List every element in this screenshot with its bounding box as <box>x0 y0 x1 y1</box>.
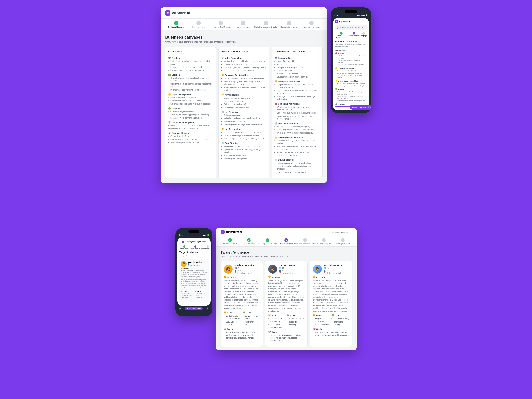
campaign-step-bc[interactable]: ✓ Business Canvases <box>221 238 239 245</box>
start-campaign-button-right[interactable]: ▶ Start your campaign <box>350 105 371 109</box>
bmc-cost-structure: 💲 Cost Structure Maintenance of modern c… <box>222 142 266 160</box>
step-campaign-key-message[interactable]: Campaign Key Message <box>210 21 232 28</box>
phone-solution-icon: ✅ <box>335 89 337 90</box>
lean-uvp-header: 🏆 Unique Value Proposition <box>168 121 213 124</box>
campaign-step-cs[interactable]: Content strategy plan <box>315 238 333 245</box>
demo-icon: 👤 <box>275 57 277 59</box>
campaign-step-mkt[interactable]: Marketing channels & Tactics <box>296 238 315 245</box>
vp-icon: 💡 <box>222 57 224 59</box>
phone-bottom-step-2[interactable]: Target audience <box>190 246 200 249</box>
cpc-buying: 🛒 Buying Behavior Prefers services with … <box>275 158 319 173</box>
phone-step-2[interactable]: Communication <box>349 32 359 38</box>
campaign-steps: ✓ Business Canvases ✓ Communication ✓ Ca… <box>216 236 356 247</box>
campaign-step-label-1: Business Canvases <box>223 243 237 245</box>
phone-bottom-nav: ⊞ ▶ Start your campaign ⬇ <box>177 306 211 310</box>
revenue-icon: 💰 <box>168 132 171 134</box>
campaign-step-ce[interactable]: Campaign execution <box>333 238 352 245</box>
phone-uvp-body: "Białystok's most advanced car wash, wit… <box>335 82 367 87</box>
phone-lean-canvas-title: Lean canvas <box>335 49 367 51</box>
audience-age-michal: 🔢 24 <box>324 267 342 269</box>
audience-gains-maria: 💚 Gains Convenient, fast service, eco-fr… <box>242 311 260 326</box>
campaign-step-icon-4: ● <box>285 238 288 242</box>
audience-goals-maria: 🎯 Goals Find a reliable and fast car was… <box>224 328 260 339</box>
step-circle-5 <box>264 21 268 25</box>
audience-pains-gains-janusz: 🧡 Pains Time-consuming car cleaning. Inc… <box>268 314 304 331</box>
campaign-step-label-5: Marketing channels & Tactics <box>294 243 316 245</box>
step-marketing-channels[interactable]: Marketing channels & Tactics <box>254 21 278 28</box>
audience-goals-janusz: 🎯 Goals Maintain his car's appearance wi… <box>268 331 304 342</box>
step-business-canvases[interactable]: ✓ Business Canvases <box>165 21 187 28</box>
step-circle-7 <box>309 21 314 25</box>
phone-bottom-dot-3 <box>207 246 209 248</box>
bmc-kp-header: 🤝 Key Partnerships <box>222 128 266 130</box>
audience-gains-michal: 💚 Gains Affordable pricing, easy online … <box>332 314 349 326</box>
phone-ta-sub: Understand your client better and use to… <box>179 254 209 258</box>
cr-icon: 🤝 <box>222 74 224 76</box>
phone-problem-body: Lack of modern and quick car wash servic… <box>335 55 367 66</box>
audience-avatar-img-michal: 👨 <box>313 265 322 273</box>
audience-goals-michal: 🎯 Goals Use promotions for regular car w… <box>313 328 349 336</box>
campaign-results-label: Campaign strategy results <box>329 231 352 233</box>
phone-interests-body: Maria is a mother of two and a marketing… <box>181 270 207 290</box>
start-campaign-overlay: ▶ Start your campaign <box>350 105 371 109</box>
phone-bottom-step-1[interactable]: gn Key Message <box>179 246 190 249</box>
desktop-app-main: Digitalfirst.ai ✓ Business Canvases Comm… <box>161 7 327 183</box>
audience-age-maria: 🔢 35 <box>234 267 254 269</box>
phone-pains-section: 🧡 Pains Limited time for personal errand… <box>181 291 194 300</box>
audience-interests-maria: 🧡 Interests Maria is a mother of two and… <box>224 276 260 310</box>
cpc-demographics: 👤 Demographics Name: Jan Kowalski Age: 3… <box>275 57 319 78</box>
audience-pains-header-maria: 🧡 Pains <box>224 311 241 314</box>
gender-icon-maria: 👤 <box>234 270 237 272</box>
phone-signal-bottom: ●●● 🔋 <box>203 234 209 236</box>
step-content-strategy[interactable]: Content strategy plan <box>278 21 300 28</box>
start-campaign-button-bottom[interactable]: ▶ Start your campaign <box>185 307 203 310</box>
audience-pains-body-janusz: Time-consuming car cleaning. Inconsisten… <box>268 317 285 329</box>
step-communication[interactable]: Communication <box>187 21 209 28</box>
phone-uvp-icon: 💡 <box>335 80 337 82</box>
age-icon-michal: 🔢 <box>324 267 326 269</box>
phone-pains-header: 🧡 Pains <box>181 291 194 292</box>
campaign-step-ta[interactable]: ● Target audience <box>277 238 296 245</box>
phone-channels-icon: 🔗 <box>335 103 337 105</box>
pains-icon-maria: 🧡 <box>224 311 226 314</box>
step-circle-4 <box>241 21 245 25</box>
phone-step-1[interactable]: Business canvases <box>335 32 348 38</box>
progress-steps: ✓ Business Canvases Communication Campai… <box>161 19 327 31</box>
phone-bottom-dot-2 <box>194 246 196 248</box>
phone-bottom-step-3[interactable]: Marketing channels & <box>201 246 209 249</box>
lean-segments-header: 🟡 Customer Segments <box>168 93 213 95</box>
campaign-step-ckm[interactable]: ✓ Campaign Key Message <box>258 238 277 245</box>
buying-icon: 🛒 <box>275 158 277 161</box>
audience-interests-janusz: 🧡 Interests Janusz is a engineer who tak… <box>268 276 304 312</box>
location-icon-maria: 📍 <box>234 272 237 274</box>
target-audience-sub: Understand your client better and use to… <box>221 255 352 258</box>
phone-step-3[interactable]: Campaign <box>360 32 367 38</box>
audience-gender-maria: 👤 Female <box>234 270 254 272</box>
step-label-6: Content strategy plan <box>280 26 298 28</box>
customer-persona-canvas-card: Customer Persona Canvas 👤 Demographics N… <box>272 47 323 178</box>
challenges-icon: ⚠️ <box>275 136 277 139</box>
audience-card-header-maria: 👩 Maria Kowalska 🔢 35 👤 Female <box>224 264 260 274</box>
phone-gains-icon: 💚 <box>194 291 196 292</box>
campaign-step-comm[interactable]: ✓ Communication <box>239 238 258 245</box>
audience-gains-body-janusz: Consistent quality, hassle-free booking. <box>287 317 304 326</box>
step-label-4: Target audience <box>236 26 250 28</box>
lean-revenue-body: Car wash service fees. Premium add-on se… <box>168 135 213 144</box>
cpc-beh-header: 😊 Behavior and Attitudes <box>275 80 319 82</box>
step-label-7: Campaign execution <box>303 26 320 28</box>
problem-icon: 🔴 <box>168 57 171 59</box>
audience-goals-header-janusz: 🎯 Goals <box>268 331 304 333</box>
phone-download-icon[interactable]: ⬇ <box>207 307 209 310</box>
audience-interests-header-janusz: 🧡 Interests <box>268 276 304 278</box>
goals-icon-janusz: 🎯 <box>268 331 271 333</box>
lean-canvas-channels: 🟢 Channels Online booking via the websit… <box>168 107 213 119</box>
phone-grid-icon[interactable]: ⊞ <box>179 307 181 310</box>
audience-interests-header-michal: 🧡 Interests <box>313 276 349 278</box>
phone-ta-title: Target Audience <box>179 251 209 254</box>
phone-bottom-steps: gn Key Message Target audience Marketing… <box>179 246 209 249</box>
step-campaign-execution[interactable]: Campaign execution <box>300 21 323 28</box>
step-target-audience[interactable]: Target audience <box>232 21 254 28</box>
audience-gains-header-maria: 💚 Gains <box>242 311 260 314</box>
audience-gender-janusz: 👤 Male <box>279 270 297 272</box>
business-model-canvas-card: Business Model Canvas 💡 Value Propositio… <box>218 47 269 178</box>
